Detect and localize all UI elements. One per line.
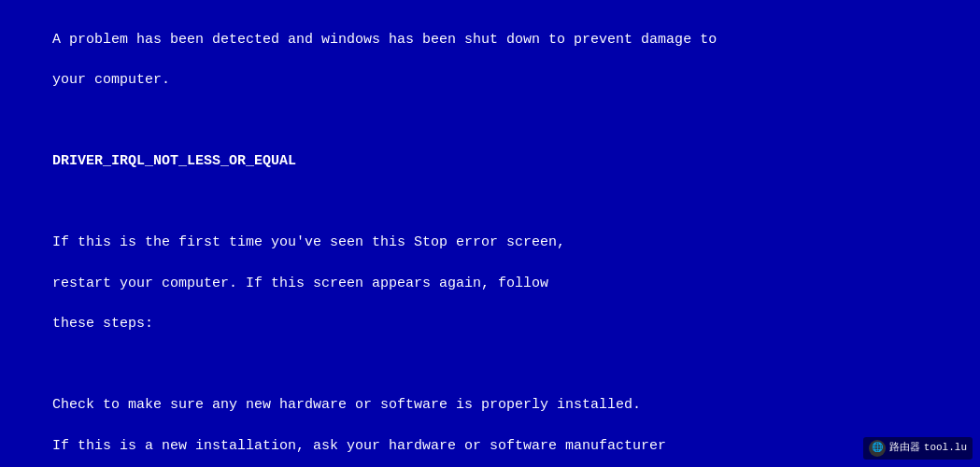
watermark-icon: 🌐 — [869, 440, 886, 457]
line1: A problem has been detected and windows … — [52, 32, 717, 48]
bsod-screen: A problem has been detected and windows … — [0, 0, 980, 467]
bsod-content: A problem has been detected and windows … — [19, 9, 961, 467]
line6: Check to make sure any new hardware or s… — [52, 397, 641, 413]
line3: If this is the first time you've seen th… — [52, 234, 565, 250]
line2: your computer. — [52, 72, 170, 88]
line4: restart your computer. If this screen ap… — [52, 276, 548, 291]
error-code: DRIVER_IRQL_NOT_LESS_OR_EQUAL — [52, 153, 296, 169]
watermark-url: tool.lu — [924, 441, 967, 456]
line7: If this is a new installation, ask your … — [52, 438, 666, 454]
line5: these steps: — [52, 316, 153, 332]
watermark: 🌐 路由器 tool.lu — [863, 437, 973, 460]
watermark-text: 路由器 — [889, 441, 920, 456]
